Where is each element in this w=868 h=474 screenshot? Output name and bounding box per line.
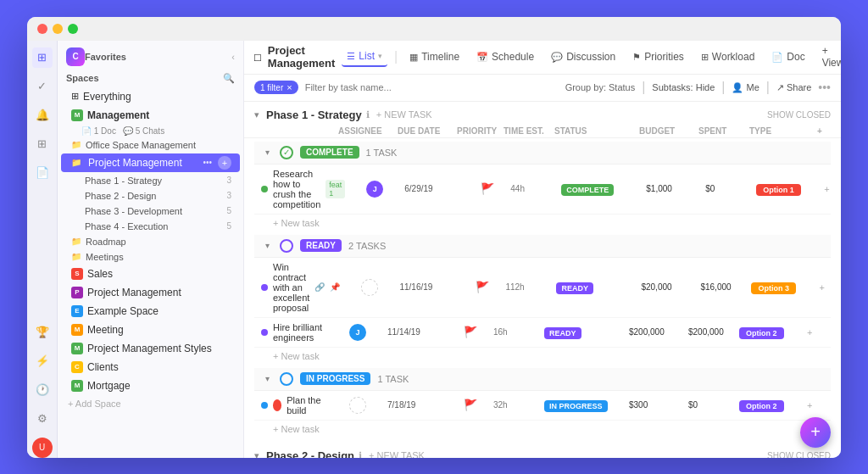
tab-doc-label: Doc <box>787 51 804 63</box>
nav-inbox-icon[interactable]: 🔔 <box>32 105 53 125</box>
sidebar-item-phase2[interactable]: Phase 2 - Design 3 <box>61 189 240 203</box>
task-pin-icon[interactable]: 📌 <box>330 282 340 292</box>
share-button[interactable]: ↗ Share <box>776 82 811 93</box>
sidebar-item-everything[interactable]: ⊞ Everything <box>61 88 240 105</box>
minimize-button[interactable] <box>53 24 63 34</box>
col-time-est: TIME EST. <box>504 126 554 136</box>
sidebar-item-meetings[interactable]: 📁 Meetings <box>61 250 240 264</box>
close-button[interactable] <box>37 24 47 34</box>
sidebar-search-icon[interactable]: 🔍 <box>223 73 235 84</box>
more-options-icon[interactable]: ••• <box>818 81 831 94</box>
user-avatar[interactable]: U <box>32 438 53 458</box>
pm-styles-icon: M <box>71 343 83 354</box>
subtasks-toggle[interactable]: Subtasks: Hide <box>652 82 715 92</box>
nav-tasks-icon[interactable]: ✓ <box>32 76 53 97</box>
nav-clock-icon[interactable]: 🕐 <box>32 380 53 400</box>
col-add[interactable]: + <box>817 126 834 136</box>
new-task-row[interactable]: + New task <box>254 215 831 231</box>
sidebar-item-phase1[interactable]: Phase 1 - Strategy 3 <box>61 174 240 187</box>
task-type[interactable]: Option 1 <box>756 184 824 194</box>
sidebar-item-clients[interactable]: C Clients <box>61 359 240 376</box>
tab-doc[interactable]: 📄 Doc <box>766 47 810 66</box>
phase1-show-closed[interactable]: SHOW CLOSED <box>767 110 831 120</box>
tab-priorities[interactable]: ⚑ Priorities <box>627 47 689 66</box>
example-icon: E <box>71 305 83 317</box>
type-badge[interactable]: Option 2 <box>739 400 784 412</box>
sidebar-item-phase3[interactable]: Phase 3 - Development 5 <box>61 204 240 218</box>
tab-add-view[interactable]: + View <box>817 42 841 72</box>
sidebar-item-pm-styles[interactable]: M Project Management Styles <box>61 340 240 357</box>
filter-chip[interactable]: 1 filter × <box>254 81 298 94</box>
sidebar-item-roadmap[interactable]: 📁 Roadmap <box>61 235 240 248</box>
tab-workload[interactable]: ⊞ Workload <box>696 47 760 66</box>
tab-timeline[interactable]: ▦ Timeline <box>404 47 465 66</box>
task-type[interactable]: Option 2 <box>739 327 807 337</box>
task-due-date: 11/16/19 <box>399 282 459 292</box>
fab-button[interactable]: + <box>800 417 831 448</box>
tab-list[interactable]: ☰ List ▾ <box>342 47 387 67</box>
nav-activity-icon[interactable]: ⚡ <box>32 351 53 371</box>
col-task <box>278 126 338 136</box>
sidebar-item-project-management[interactable]: 📁 Project Management ••• + <box>61 153 240 172</box>
type-badge[interactable]: Option 2 <box>739 327 784 339</box>
nav-goals-icon[interactable]: 🏆 <box>32 322 53 343</box>
filter-chip-close[interactable]: × <box>287 82 292 92</box>
task-link-icon[interactable]: 🔗 <box>314 282 325 292</box>
inprogress-group-header[interactable]: ▾ IN PROGRESS 1 TASK <box>254 368 831 391</box>
sidebar-item-meeting[interactable]: M Meeting <box>61 321 240 338</box>
new-task-row-inprogress[interactable]: + New task <box>254 421 831 438</box>
tab-schedule[interactable]: 📅 Schedule <box>471 47 539 66</box>
phase1-info-icon: ℹ <box>366 109 370 120</box>
task-more[interactable]: + <box>807 400 824 410</box>
complete-check-icon: ✓ <box>283 148 290 157</box>
phase1-new-task[interactable]: + NEW TASK <box>376 109 432 120</box>
task-name[interactable]: Research how to crush the competition <box>273 169 320 209</box>
nav-dashboards-icon[interactable]: ⊞ <box>32 134 53 154</box>
filter-input[interactable] <box>305 82 559 92</box>
task-more[interactable]: + <box>824 184 841 194</box>
inprogress-expand-icon[interactable]: ▾ <box>261 373 273 385</box>
complete-group-header[interactable]: ▾ ✓ COMPLETE 1 TASK <box>254 142 831 165</box>
sidebar-item-sales[interactable]: S Sales <box>61 265 240 282</box>
sales-icon: S <box>71 268 83 280</box>
phase2-expand-icon[interactable]: ▾ <box>254 450 259 458</box>
task-name[interactable]: Win contract with an excellent proposal <box>273 262 309 313</box>
sidebar-item-pm2[interactable]: P Project Management <box>61 284 240 301</box>
ready-group-header[interactable]: ▾ READY 2 TASKS <box>254 235 831 258</box>
task-type[interactable]: Option 2 <box>739 400 807 410</box>
sidebar-item-office-space[interactable]: 📁 Office Space Management <box>61 138 240 152</box>
status-badge: COMPLETE <box>561 184 614 196</box>
sidebar-item-phase4[interactable]: Phase 4 - Execution 5 <box>61 220 240 233</box>
sidebar-item-example[interactable]: E Example Space <box>61 303 240 320</box>
phase1-expand-icon[interactable]: ▾ <box>254 109 259 120</box>
ready-task-count: 2 TASKS <box>348 241 386 251</box>
add-space-button[interactable]: + Add Space <box>58 395 243 412</box>
maximize-button[interactable] <box>68 24 78 34</box>
collapse-sidebar-icon[interactable]: ‹ <box>231 52 235 62</box>
task-name[interactable]: Plan the build <box>287 395 328 415</box>
ready-expand-icon[interactable]: ▾ <box>261 240 273 252</box>
me-filter[interactable]: 👤 Me <box>732 82 759 93</box>
pm-options-icon[interactable]: ••• <box>203 158 212 167</box>
phase2-new-task[interactable]: + NEW TASK <box>369 450 425 458</box>
type-badge[interactable]: Option 1 <box>756 184 801 196</box>
new-task-row[interactable]: + New task <box>254 348 831 365</box>
nav-home-icon[interactable]: ⊞ <box>32 47 53 68</box>
management-sub-info: 📄 1 Doc 💬 5 Chats <box>58 125 243 137</box>
phase3-badge: 5 <box>226 206 231 215</box>
nav-settings-icon[interactable]: ⚙ <box>32 409 53 429</box>
task-name[interactable]: Hire brilliant engineers <box>273 322 328 343</box>
sidebar-item-management[interactable]: M Management <box>61 107 240 124</box>
task-more[interactable]: + <box>807 327 824 337</box>
task-more[interactable]: + <box>819 282 836 293</box>
task-type[interactable]: Option 3 <box>751 282 819 293</box>
table-row: Research how to crush the competition fe… <box>254 165 831 215</box>
type-badge[interactable]: Option 3 <box>751 282 796 294</box>
phase4-badge: 5 <box>226 221 231 231</box>
sidebar-item-mortgage[interactable]: M Mortgage <box>61 377 240 394</box>
nav-docs-icon[interactable]: 📄 <box>32 163 53 183</box>
tab-discussion[interactable]: 💬 Discussion <box>546 47 620 66</box>
phase2-show-closed[interactable]: SHOW CLOSED <box>767 451 831 458</box>
complete-expand-icon[interactable]: ▾ <box>261 147 273 159</box>
pm-add-icon[interactable]: + <box>218 156 231 170</box>
